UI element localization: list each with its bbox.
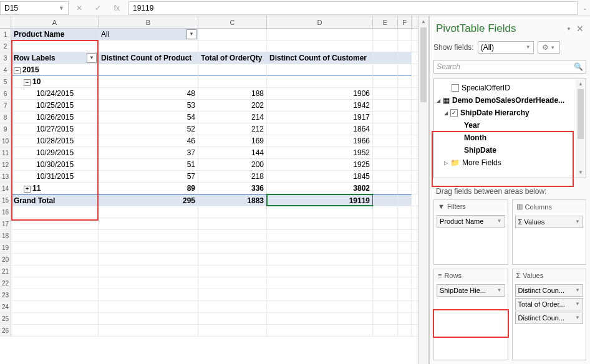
cell[interactable] xyxy=(99,301,198,312)
tools-button[interactable]: ⚙ ▼ xyxy=(538,41,560,54)
cell[interactable] xyxy=(398,194,412,206)
cell[interactable] xyxy=(373,135,398,146)
cell[interactable] xyxy=(398,123,412,135)
cell[interactable] xyxy=(373,313,398,324)
scrollbar-thumb[interactable] xyxy=(420,27,427,102)
collapse-arrow-icon[interactable]: ◢ xyxy=(437,98,443,103)
cell[interactable] xyxy=(398,183,412,194)
cell[interactable] xyxy=(398,171,412,182)
cell[interactable] xyxy=(11,41,99,52)
field-item[interactable]: Year xyxy=(434,119,586,132)
area-item[interactable]: ShipDate Hie... ▼ xyxy=(437,284,505,297)
cell[interactable] xyxy=(398,52,412,64)
cell[interactable] xyxy=(99,41,198,52)
cell[interactable] xyxy=(267,266,373,277)
cell[interactable] xyxy=(398,135,412,146)
cell[interactable] xyxy=(99,230,198,241)
collapse-arrow-icon[interactable]: ◢ xyxy=(444,110,450,116)
row-header[interactable]: 8 xyxy=(0,112,11,123)
cell[interactable] xyxy=(373,41,398,52)
field-item[interactable]: SpecialOfferID xyxy=(434,82,586,94)
filters-area[interactable]: ▼ Filters Product Name ▼ xyxy=(433,199,508,265)
col-distinct-customer[interactable]: Distinct Count of Customer xyxy=(267,52,373,64)
expand-icon[interactable]: + xyxy=(24,186,31,193)
row-header[interactable]: 22 xyxy=(0,277,11,289)
cell[interactable] xyxy=(398,64,412,75)
cell[interactable] xyxy=(398,230,412,241)
cell[interactable] xyxy=(398,76,412,87)
cancel-icon[interactable]: ✕ xyxy=(76,4,82,12)
cell[interactable]: 202 xyxy=(198,100,267,111)
row-header[interactable]: 7 xyxy=(0,100,11,111)
chevron-down-icon[interactable]: ▼ xyxy=(497,216,502,227)
cell[interactable]: 1883 xyxy=(198,194,267,206)
cell[interactable] xyxy=(267,325,373,336)
row-header[interactable]: 21 xyxy=(0,266,11,277)
cell[interactable]: 169 xyxy=(198,135,267,146)
month-row[interactable]: −10 xyxy=(11,76,99,87)
grand-total-label[interactable]: Grand Total xyxy=(11,194,99,206)
area-item[interactable]: Distinct Coun...▼ xyxy=(515,284,584,297)
date-cell[interactable]: 10/26/2015 xyxy=(11,112,99,123)
panel-dropdown-icon[interactable]: ▼ xyxy=(566,26,571,32)
area-item[interactable]: Distinct Coun...▼ xyxy=(515,312,584,324)
collapse-icon[interactable]: − xyxy=(14,67,21,74)
field-item[interactable]: Month xyxy=(434,132,586,144)
cell[interactable]: 1845 xyxy=(267,171,373,182)
cell[interactable]: 1952 xyxy=(267,147,373,158)
cell[interactable] xyxy=(267,218,373,229)
column-header-d[interactable]: D xyxy=(267,16,373,28)
pivot-filter-value[interactable]: All ▼ xyxy=(99,29,198,40)
formula-input[interactable]: 19119 xyxy=(128,1,578,15)
row-header[interactable]: 3 xyxy=(0,52,11,64)
cell[interactable] xyxy=(373,183,398,194)
cell[interactable] xyxy=(373,159,398,170)
col-total-orderqty[interactable]: Total of OrderQty xyxy=(198,52,267,64)
row-header[interactable]: 2 xyxy=(0,41,11,52)
cell[interactable] xyxy=(198,41,267,52)
cell[interactable]: 1925 xyxy=(267,159,373,170)
row-header[interactable]: 12 xyxy=(0,159,11,170)
cell[interactable] xyxy=(398,266,412,277)
cell[interactable]: 336 xyxy=(198,183,267,194)
cell[interactable] xyxy=(398,147,412,158)
cell[interactable] xyxy=(373,147,398,158)
field-table-item[interactable]: ◢ ▦ Demo DemoSalesOrderHeade... xyxy=(434,94,586,107)
cell[interactable] xyxy=(398,301,412,312)
field-more-item[interactable]: ▷ 📁 More Fields xyxy=(434,156,586,169)
cell[interactable] xyxy=(11,325,99,336)
cell[interactable] xyxy=(99,254,198,265)
cell[interactable] xyxy=(373,112,398,123)
cell[interactable]: 1942 xyxy=(267,100,373,111)
select-all-corner[interactable] xyxy=(0,16,11,28)
cell[interactable]: 54 xyxy=(99,112,198,123)
date-cell[interactable]: 10/24/2015 xyxy=(11,88,99,99)
cell[interactable] xyxy=(267,41,373,52)
column-header-e[interactable]: E xyxy=(373,16,398,28)
cell[interactable] xyxy=(398,313,412,324)
cell[interactable] xyxy=(99,266,198,277)
cell[interactable] xyxy=(373,325,398,336)
cell[interactable]: 46 xyxy=(99,135,198,146)
values-area[interactable]: Σ Values Distinct Coun...▼Total of Order… xyxy=(512,269,587,361)
column-header-c[interactable]: C xyxy=(198,16,267,28)
cell[interactable] xyxy=(99,206,198,218)
cell[interactable] xyxy=(398,88,412,99)
close-icon[interactable]: ✕ xyxy=(576,24,584,34)
cell[interactable] xyxy=(373,301,398,312)
row-header[interactable]: 1 xyxy=(0,29,11,40)
cell[interactable] xyxy=(99,313,198,324)
field-hierarchy-item[interactable]: ◢ ✓ ShipDate Hierarchy xyxy=(434,107,586,119)
area-body[interactable]: Product Name ▼ xyxy=(434,213,508,264)
date-cell[interactable]: 10/28/2015 xyxy=(11,135,99,146)
cell[interactable]: 1917 xyxy=(267,112,373,123)
cell[interactable] xyxy=(267,254,373,265)
cell[interactable] xyxy=(11,218,99,229)
cell[interactable] xyxy=(398,206,412,218)
cell[interactable] xyxy=(267,76,373,87)
cell[interactable] xyxy=(99,218,198,229)
cell[interactable]: 37 xyxy=(99,147,198,158)
chevron-down-icon[interactable]: ▼ xyxy=(575,285,580,296)
cell[interactable] xyxy=(398,242,412,253)
cell[interactable] xyxy=(99,289,198,300)
